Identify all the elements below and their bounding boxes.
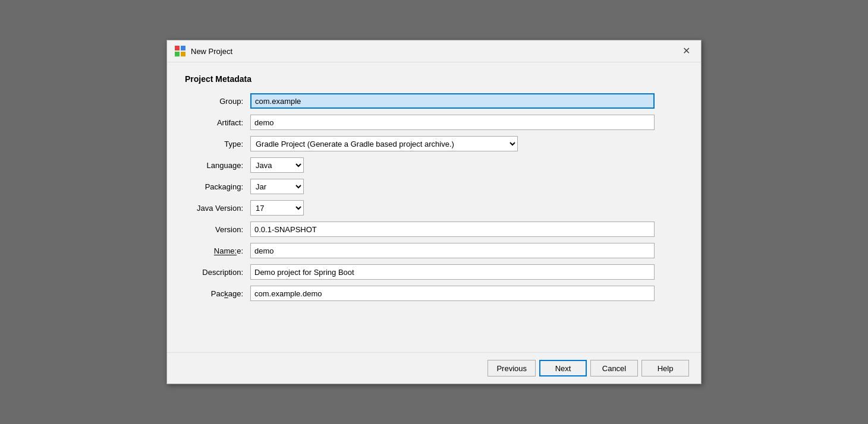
- svg-rect-1: [181, 46, 185, 50]
- description-input[interactable]: [250, 264, 655, 280]
- new-project-dialog: New Project ✕ Project Metadata Group: Ar…: [166, 40, 702, 384]
- name-input[interactable]: [250, 243, 655, 258]
- svg-rect-0: [175, 46, 180, 50]
- artifact-input[interactable]: [250, 115, 655, 130]
- packaging-row: Packaging: Jar War: [185, 179, 683, 194]
- svg-rect-3: [181, 52, 185, 56]
- java-version-row: Java Version: 17 21 11 8: [185, 200, 683, 216]
- type-row: Type: Maven Project (Generate a Maven ba…: [185, 136, 683, 151]
- previous-button[interactable]: Previous: [488, 360, 536, 376]
- description-label: Description:: [185, 268, 250, 277]
- cancel-button[interactable]: Cancel: [590, 360, 638, 376]
- svg-rect-2: [175, 52, 180, 56]
- close-button[interactable]: ✕: [679, 45, 694, 57]
- group-label: Group:: [185, 97, 250, 106]
- help-button[interactable]: Help: [641, 360, 689, 376]
- java-version-label: Java Version:: [185, 204, 250, 213]
- description-row: Description:: [185, 264, 683, 280]
- group-row: Group:: [185, 93, 683, 109]
- language-label: Language:: [185, 161, 250, 170]
- name-row: Name:e:: [185, 243, 683, 258]
- dialog-title: New Project: [191, 47, 232, 56]
- form-content: Project Metadata Group: Artifact: Type: …: [167, 62, 701, 352]
- java-version-select[interactable]: 17 21 11 8: [250, 200, 304, 216]
- section-title: Project Metadata: [185, 74, 683, 84]
- artifact-row: Artifact:: [185, 115, 683, 130]
- language-select[interactable]: Java Kotlin Groovy: [250, 157, 304, 173]
- package-input[interactable]: [250, 286, 655, 301]
- version-input[interactable]: [250, 222, 655, 237]
- next-button[interactable]: Next: [539, 360, 587, 376]
- app-icon: [174, 45, 186, 57]
- version-row: Version:: [185, 222, 683, 237]
- package-label: Package:: [185, 289, 250, 298]
- title-bar-left: New Project: [174, 45, 232, 57]
- type-label: Type:: [185, 140, 250, 148]
- name-label: Name:e:: [185, 246, 250, 255]
- version-label: Version:: [185, 225, 250, 234]
- type-select[interactable]: Maven Project (Generate a Maven based pr…: [250, 136, 518, 151]
- dialog-footer: Previous Next Cancel Help: [167, 352, 701, 384]
- group-input[interactable]: [250, 93, 655, 109]
- packaging-label: Packaging:: [185, 182, 250, 191]
- package-row: Package:: [185, 286, 683, 301]
- title-bar: New Project ✕: [167, 40, 701, 62]
- artifact-label: Artifact:: [185, 118, 250, 127]
- packaging-select[interactable]: Jar War: [250, 179, 304, 194]
- language-row: Language: Java Kotlin Groovy: [185, 157, 683, 173]
